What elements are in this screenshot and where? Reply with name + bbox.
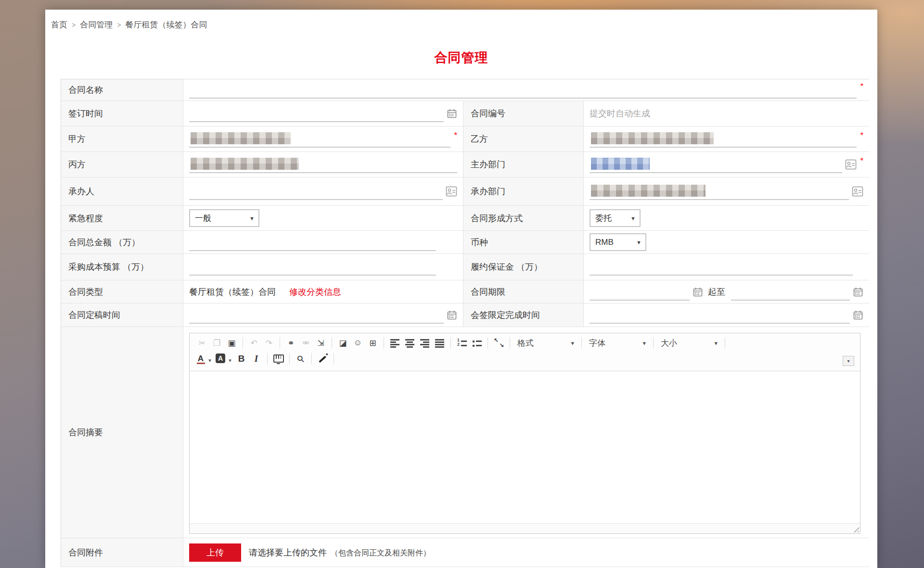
upload-button[interactable]: 上传 [189,543,241,562]
text-color-icon[interactable]: A [195,353,206,365]
resize-handle-icon[interactable] [852,526,859,532]
table-icon[interactable]: ⊞ [366,337,379,349]
field-party-b: * [584,126,869,152]
person-picker-icon[interactable] [446,186,457,197]
toolbar-separator [653,337,654,349]
handler-input[interactable] [189,183,443,200]
bold-icon[interactable]: B [235,353,248,365]
field-final-draft-time [183,303,463,327]
performance-bond-input[interactable] [590,258,853,276]
person-picker-icon[interactable] [845,159,857,170]
field-label-total-amount: 合同总金额 （万） [61,231,183,254]
paste-icon[interactable]: ▣ [225,337,238,349]
urgency-select-value: 一般 [195,213,211,224]
field-contract-no: 提交时自动生成 [584,101,869,126]
magic-wand-icon[interactable] [316,353,329,365]
toolbar-separator [332,337,332,349]
contract-no-placeholder: 提交时自动生成 [590,108,650,119]
bullet-list-icon[interactable] [470,337,483,349]
toolbar-separator [725,337,725,349]
total-amount-input[interactable] [189,234,436,251]
field-label-party-b: 乙方 [463,126,584,152]
party-a-input[interactable] [189,130,450,148]
breadcrumb-item: 餐厅租赁（续签）合同 [125,19,207,30]
field-label-countersign-deadline: 会签限定完成时间 [463,303,584,327]
sign-time-input[interactable] [189,105,444,122]
print-preview-icon[interactable]: ⚲ [292,350,309,367]
preview-window-icon[interactable] [272,353,285,365]
ordered-list-icon[interactable] [455,337,468,349]
term-start-input[interactable] [590,283,690,301]
editor-footer [190,523,860,533]
link-icon[interactable]: ⚭ [284,337,297,349]
field-label-party-a: 甲方 [61,126,183,152]
editor-toolbar-row2: A▾A▾BI⚲▾ [190,350,860,371]
image-upload-icon[interactable]: ⇲ [314,337,327,349]
align-right-icon[interactable] [418,337,431,349]
field-party-c [183,152,463,177]
handling-dept-input[interactable] [590,183,849,200]
calendar-icon[interactable] [853,287,863,297]
calendar-icon[interactable] [693,287,703,297]
modify-category-link[interactable]: 修改分类信息 [289,286,341,298]
field-urgency: 一般 [183,206,463,231]
breadcrumb-item[interactable]: 首页 [51,19,67,30]
text-color-caret-icon[interactable]: ▾ [207,354,213,366]
image-icon[interactable]: ◪ [336,337,349,349]
background-color-icon[interactable]: A [215,353,226,365]
unlink-icon: ⚮ [299,337,312,349]
upload-note: （包含合同正文及相关附件） [331,546,431,558]
procurement-budget-input[interactable] [189,258,436,276]
field-label-host-dept: 主办部门 [463,152,584,177]
field-countersign-deadline [584,303,869,327]
party-b-input[interactable] [590,130,857,148]
masked-value [191,132,291,144]
required-marker: * [860,156,863,166]
toolbar-collapse-button[interactable]: ▾ [843,356,854,366]
copy-icon: ❐ [210,337,223,349]
editor-toolbar-row1: ✂❐▣↶↷⚭⚮⇲◪☺⊞格式字体大小 [190,333,860,350]
contract-name-input[interactable] [189,81,857,99]
field-performance-bond [584,254,869,280]
editor-content-area[interactable] [190,371,860,523]
justify-icon[interactable] [433,337,446,349]
undo-icon: ↶ [247,337,260,349]
breadcrumb-separator: > [117,21,121,29]
final-draft-time-input[interactable] [189,306,444,324]
field-label-performance-bond: 履约保证金 （万） [463,254,584,280]
calendar-icon[interactable] [853,310,863,320]
currency-select-value: RMB [595,238,614,247]
masked-value [591,158,650,170]
toolbar-separator [450,337,451,349]
countersign-deadline-input[interactable] [590,306,850,324]
font-dropdown[interactable]: 字体 [587,337,648,349]
size-dropdown[interactable]: 大小 [659,337,719,349]
format-dropdown[interactable]: 格式 [515,337,576,349]
italic-icon[interactable]: I [250,353,263,365]
field-label-summary: 合同摘要 [61,327,183,538]
page-title: 合同管理 [45,49,877,66]
breadcrumb-item[interactable]: 合同管理 [80,19,113,30]
currency-select[interactable]: RMB [590,233,646,251]
field-contract-name: * [183,79,869,101]
host-dept-input[interactable] [590,156,842,173]
urgency-select[interactable]: 一般 [189,209,259,227]
calendar-icon[interactable] [447,310,457,320]
field-currency: RMB [584,231,869,254]
party-c-input[interactable] [189,156,457,173]
field-label-formation-mode: 合同形成方式 [463,206,584,231]
background-color-caret-icon[interactable]: ▾ [227,354,233,366]
align-left-icon[interactable] [388,337,401,349]
field-label-contract-term: 合同期限 [463,280,584,303]
smiley-icon[interactable]: ☺ [351,337,364,349]
align-center-icon[interactable] [403,337,416,349]
maximize-icon[interactable] [492,337,505,349]
formation-mode-select[interactable]: 委托 [590,209,641,227]
person-picker-icon[interactable] [852,186,863,197]
field-host-dept: * [584,152,869,177]
field-handling-dept [584,177,869,206]
term-end-input[interactable] [731,283,850,301]
masked-value [191,158,299,170]
calendar-icon[interactable] [447,108,457,119]
field-contract-type: 餐厅租赁（续签）合同 修改分类信息 [183,280,463,303]
